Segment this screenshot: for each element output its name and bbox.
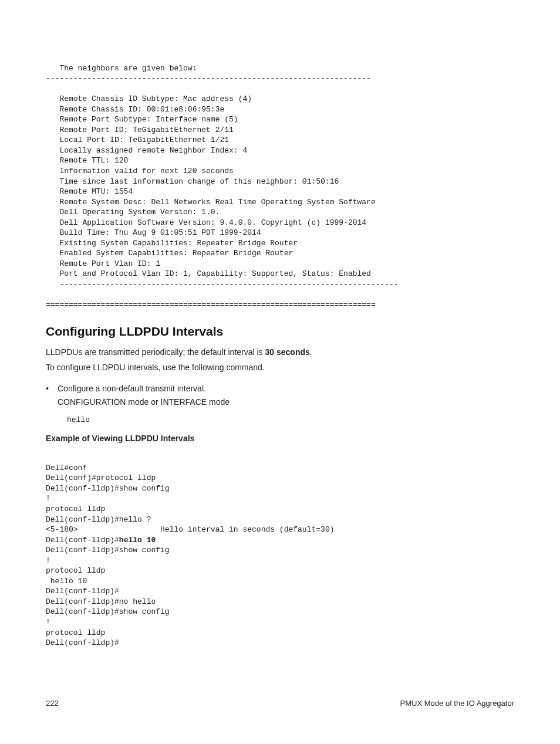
code-line: Dell(conf-lldp)#	[46, 638, 119, 647]
bullet-line-1: Configure a non-default transmit interva…	[58, 382, 230, 395]
code-line: Dell Operating System Version: 1.0.	[46, 208, 220, 217]
code-line: The neighbors are given below:	[46, 64, 197, 73]
bullet-marker: •	[46, 382, 58, 408]
code-line: !	[46, 494, 50, 503]
code-line: Information valid for next 120 seconds	[46, 167, 234, 175]
code-line: !	[46, 618, 50, 627]
code-line: Dell(conf-lldp)#hello ?	[46, 515, 151, 524]
code-line: protocol lldp	[46, 505, 105, 513]
code-line: protocol lldp	[46, 566, 105, 575]
code-line: Dell(conf-lldp)#	[46, 587, 119, 596]
code-line: Remote Port Vlan ID: 1	[46, 259, 160, 268]
code-line: Remote Chassis ID: 00:01:e8:06:95:3e	[46, 105, 224, 114]
code-line: Dell(conf-lldp)#show config	[46, 546, 170, 554]
code-line: Dell Application Software Version: 9.4.0…	[46, 218, 366, 227]
footer-title: PMUX Mode of the IO Aggregator	[400, 699, 514, 708]
page-number: 222	[46, 699, 59, 708]
intro-pretext: LLDPDUs are transmitted periodically; th…	[46, 347, 265, 357]
code-line: Dell#conf	[46, 464, 87, 472]
bullet-item: • Configure a non-default transmit inter…	[46, 382, 514, 408]
intro-posttext: .	[310, 347, 312, 357]
section-heading: Configuring LLDPDU Intervals	[46, 324, 514, 339]
code-line: Dell(conf-lldp)#	[46, 536, 119, 545]
code-line: Time since last information change of th…	[46, 177, 339, 186]
code-line: ----------------------------------------…	[46, 280, 403, 289]
example-heading: Example of Viewing LLDPDU Intervals	[46, 434, 514, 443]
code-line: ========================================…	[46, 300, 376, 309]
code-line: Local Port ID: TeGigabitEthernet 1/21	[46, 136, 229, 144]
code-line: Locally assigned remote Neighbor Index: …	[46, 146, 247, 155]
code-line: Dell(conf-lldp)#show config	[46, 484, 170, 493]
bullet-text: Configure a non-default transmit interva…	[58, 382, 230, 408]
code-line: Build Time: Thu Aug 9 01:05:51 PDT 1999-…	[46, 228, 261, 237]
code-line: Dell(conf)#protocol lldp	[46, 474, 156, 482]
hello-command: hello	[67, 415, 514, 424]
code-line: Remote MTU: 1554	[46, 187, 133, 196]
code-line: Dell(conf-lldp)#show config	[46, 607, 170, 616]
page-footer: 222 PMUX Mode of the IO Aggregator	[46, 699, 514, 708]
code-line: !	[46, 556, 50, 565]
code-emphasis: hello 10	[119, 536, 156, 545]
neighbor-output-block: The neighbors are given below: ---------…	[46, 53, 514, 310]
code-line: hello 10	[46, 577, 87, 586]
code-line: Remote Port ID: TeGigabitEthernet 2/11	[46, 126, 234, 134]
code-line: Remote TTL: 120	[46, 156, 128, 165]
example-code-block: Dell#conf Dell(conf)#protocol lldp Dell(…	[46, 452, 514, 648]
bullet-line-2: CONFIGURATION mode or INTERFACE mode	[58, 395, 230, 408]
code-line: ----------------------------------------…	[46, 74, 371, 83]
code-line: Dell(conf-lldp)#no hello	[46, 597, 156, 606]
code-line: Port and Protocol Vlan ID: 1, Capability…	[46, 269, 371, 278]
page-content: The neighbors are given below: ---------…	[0, 0, 560, 648]
code-line: Remote Port Subtype: Interface name (5)	[46, 115, 238, 124]
code-line: Existing System Capabilities: Repeater B…	[46, 239, 298, 248]
code-line: Remote Chassis ID Subtype: Mac address (…	[46, 94, 252, 103]
code-line: Remote System Desc: Dell Networks Real T…	[46, 198, 376, 207]
code-line: protocol lldp	[46, 628, 105, 637]
intro-bold: 30 seconds	[265, 347, 310, 357]
code-line: <5-180> Hello interval in seconds (defau…	[46, 525, 334, 534]
intro-paragraph-1: LLDPDUs are transmitted periodically; th…	[46, 346, 514, 359]
code-line: Enabled System Capabilities: Repeater Br…	[46, 249, 293, 258]
intro-paragraph-2: To configure LLDPDU intervals, use the f…	[46, 361, 514, 374]
